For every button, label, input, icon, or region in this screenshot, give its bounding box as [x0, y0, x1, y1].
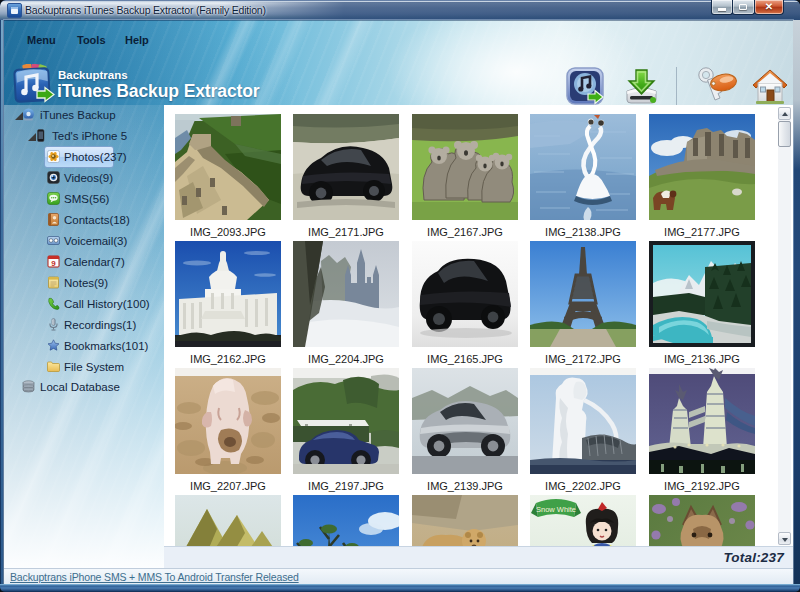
svg-text:Snow White: Snow White — [536, 505, 576, 514]
svg-text:9: 9 — [51, 259, 56, 268]
